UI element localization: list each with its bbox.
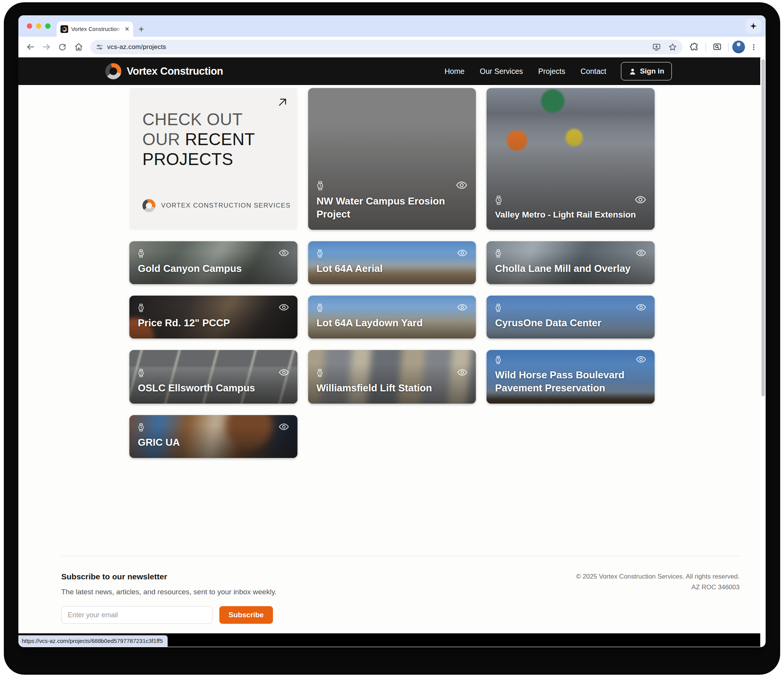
sparkle-icon[interactable] bbox=[746, 18, 761, 34]
newsletter-subtitle: The latest news, articles, and resources… bbox=[61, 588, 277, 596]
site-logo[interactable]: Vortex Construction bbox=[105, 63, 223, 79]
vortex-logo-icon bbox=[142, 199, 155, 212]
zoom-window-button[interactable] bbox=[45, 23, 51, 29]
page-viewport: Vortex Construction Home Our Services Pr… bbox=[18, 57, 766, 647]
back-icon[interactable] bbox=[23, 40, 38, 54]
intro-brand-row: VORTEX CONSTRUCTION SERVICES bbox=[142, 199, 291, 212]
project-title: Wild Horse Pass Boulevard Pavement Prese… bbox=[495, 369, 646, 394]
project-card[interactable]: Cholla Lane Mill and Overlay bbox=[487, 241, 655, 284]
project-card[interactable]: NW Water Campus Erosion Project bbox=[308, 88, 476, 230]
intro-brand-caption: VORTEX CONSTRUCTION SERVICES bbox=[161, 202, 291, 209]
watch-icon bbox=[495, 356, 501, 364]
site-navbar: Vortex Construction Home Our Services Pr… bbox=[18, 57, 766, 85]
watch-icon bbox=[495, 304, 501, 312]
footer-legal: © 2025 Vortex Construction Services. All… bbox=[576, 556, 740, 624]
watch-icon bbox=[317, 181, 324, 190]
watch-icon bbox=[495, 196, 502, 205]
watch-icon bbox=[138, 369, 144, 377]
project-card[interactable]: GRIC UA bbox=[129, 415, 297, 458]
site-footer: Subscribe to our newsletter The latest n… bbox=[61, 556, 740, 624]
eye-icon[interactable] bbox=[279, 304, 289, 311]
vortex-logo-icon bbox=[105, 63, 121, 79]
project-title: CyrusOne Data Center bbox=[495, 317, 646, 329]
project-title: Williamsfield Lift Station bbox=[317, 382, 468, 394]
sign-in-button[interactable]: Sign in bbox=[621, 62, 672, 80]
project-title: Price Rd. 12" PCCP bbox=[138, 317, 289, 329]
brand-name: Vortex Construction bbox=[127, 65, 223, 77]
eye-icon[interactable] bbox=[457, 249, 467, 257]
tab-title: Vortex Construction Services bbox=[71, 26, 123, 32]
project-title: Lot 64A Laydown Yard bbox=[317, 317, 468, 329]
eye-icon[interactable] bbox=[456, 181, 467, 189]
side-search-icon[interactable] bbox=[710, 40, 724, 54]
scrollbar-thumb[interactable] bbox=[761, 59, 765, 396]
close-window-button[interactable] bbox=[27, 23, 32, 29]
forward-icon[interactable] bbox=[39, 40, 54, 54]
nav-link-home[interactable]: Home bbox=[444, 67, 464, 76]
address-bar[interactable]: vcs-az.com/projects bbox=[90, 40, 683, 54]
project-card[interactable]: CyrusOne Data Center bbox=[487, 296, 655, 338]
site-settings-icon[interactable] bbox=[96, 43, 103, 51]
project-title: Cholla Lane Mill and Overlay bbox=[495, 262, 646, 275]
nav-link-projects[interactable]: Projects bbox=[538, 67, 565, 76]
status-url-bubble: https://vcs-az.com/projects/688b0ed57977… bbox=[18, 635, 168, 647]
new-tab-button[interactable]: + bbox=[139, 25, 144, 34]
eye-icon[interactable] bbox=[636, 356, 646, 363]
nav-link-contact[interactable]: Contact bbox=[580, 67, 606, 76]
project-card[interactable]: Lot 64A Laydown Yard bbox=[308, 296, 476, 338]
project-title: Gold Canyon Campus bbox=[138, 262, 289, 275]
extensions-puzzle-icon[interactable] bbox=[687, 40, 702, 54]
tab-close-icon[interactable]: ✕ bbox=[124, 26, 129, 33]
profile-avatar[interactable] bbox=[732, 41, 745, 53]
minimize-window-button[interactable] bbox=[36, 23, 41, 29]
newsletter-title: Subscribe to our newsletter bbox=[61, 572, 277, 581]
eye-icon[interactable] bbox=[279, 369, 289, 376]
recent-projects-intro-card[interactable]: CHECK OUT OUR RECENT PROJECTS VORTEX CON… bbox=[129, 88, 297, 230]
copyright-text: © 2025 Vortex Construction Services. All… bbox=[576, 571, 740, 582]
browser-toolbar: vcs-az.com/projects bbox=[18, 37, 766, 57]
project-title: GRIC UA bbox=[138, 436, 289, 449]
arrow-up-right-icon[interactable] bbox=[277, 96, 288, 108]
license-text: AZ ROC 346003 bbox=[576, 582, 740, 593]
browser-tab[interactable]: Vortex Construction Services ✕ bbox=[57, 21, 133, 37]
page-scrollbar[interactable] bbox=[760, 57, 766, 647]
watch-icon bbox=[495, 249, 501, 258]
watch-icon bbox=[138, 249, 144, 258]
project-card[interactable]: Price Rd. 12" PCCP bbox=[129, 296, 297, 338]
eye-icon[interactable] bbox=[279, 423, 289, 430]
subscribe-button[interactable]: Subscribe bbox=[219, 606, 273, 624]
bookmark-star-icon[interactable] bbox=[668, 43, 677, 52]
home-icon[interactable] bbox=[71, 40, 86, 54]
install-icon[interactable] bbox=[652, 43, 661, 52]
email-input[interactable] bbox=[61, 606, 212, 624]
reload-icon[interactable] bbox=[55, 40, 70, 54]
project-title: Lot 64A Aerial bbox=[317, 262, 468, 275]
project-card[interactable]: Williamsfield Lift Station bbox=[308, 350, 476, 404]
project-title: Valley Metro - Light Rail Extension bbox=[495, 209, 646, 221]
toolbar-divider bbox=[706, 43, 706, 51]
watch-icon bbox=[317, 369, 323, 377]
project-card[interactable]: Gold Canyon Campus bbox=[129, 241, 297, 284]
project-card[interactable]: OSLC Ellsworth Campus bbox=[129, 350, 297, 404]
eye-icon[interactable] bbox=[636, 304, 646, 311]
person-icon bbox=[629, 67, 637, 75]
watch-icon bbox=[138, 304, 144, 312]
eye-icon[interactable] bbox=[636, 249, 646, 257]
eye-icon[interactable] bbox=[279, 249, 289, 257]
browser-window: Vortex Construction Services ✕ + vcs-az.… bbox=[18, 15, 766, 647]
toolbar-divider bbox=[728, 43, 728, 51]
site-favicon bbox=[60, 25, 68, 33]
eye-icon[interactable] bbox=[457, 304, 467, 311]
project-card[interactable]: Wild Horse Pass Boulevard Pavement Prese… bbox=[487, 350, 655, 404]
project-card[interactable]: Lot 64A Aerial bbox=[308, 241, 476, 284]
eye-icon[interactable] bbox=[635, 196, 646, 204]
window-controls bbox=[27, 23, 51, 29]
browser-menu-icon[interactable] bbox=[746, 40, 761, 54]
nav-link-our-services[interactable]: Our Services bbox=[480, 67, 523, 76]
watch-icon bbox=[317, 304, 323, 312]
url-text[interactable]: vcs-az.com/projects bbox=[107, 43, 166, 51]
project-title: NW Water Campus Erosion Project bbox=[317, 195, 468, 221]
intro-heading: CHECK OUT OUR RECENT PROJECTS bbox=[142, 110, 284, 169]
project-card[interactable]: Valley Metro - Light Rail Extension bbox=[487, 88, 655, 230]
eye-icon[interactable] bbox=[457, 369, 467, 376]
